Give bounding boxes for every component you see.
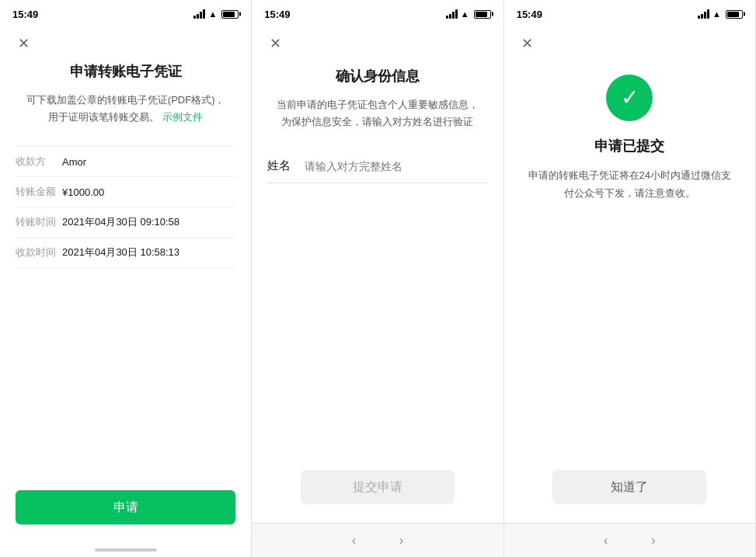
panel1-content: 申请转账电子凭证 可下载加盖公章的转账电子凭证(PDF格式)， 用于证明该笔转账… (0, 28, 251, 478)
battery-icon-1 (221, 10, 239, 19)
status-icons-3: ▲ (698, 9, 743, 19)
label-receive-time: 收款时间 (16, 245, 62, 259)
battery-icon-2 (474, 10, 491, 19)
nav-bar-2: ‹ › (252, 523, 503, 557)
panel-confirm: 15:49 ▲ ✕ 确认身份信息 当前申请的电子凭证包含个人重要敏感信息， 为保… (252, 0, 503, 557)
value-receive-time: 2021年04月30日 10:58:13 (62, 245, 235, 259)
info-table: 收款方 Amor 转账金额 ¥1000.00 转账时间 2021年04月30日 … (16, 146, 235, 268)
label-transfer-time: 转账时间 (16, 215, 62, 229)
success-icon: ✓ (606, 75, 653, 121)
nav-back-2[interactable]: ‹ (346, 531, 362, 551)
home-bar-1 (0, 543, 251, 557)
close-button-1[interactable]: ✕ (14, 34, 33, 53)
panel3-title: 申请已提交 (520, 137, 740, 155)
status-bar-2: 15:49 ▲ (252, 0, 503, 28)
checkmark-icon: ✓ (621, 87, 639, 109)
value-transfer-time: 2021年04月30日 09:10:58 (62, 215, 235, 229)
panel-apply: 15:49 ▲ ✕ 申请转账电子凭证 可下载加盖公章的转账电子凭证(PDF格式)… (0, 0, 252, 557)
info-row-receive-time: 收款时间 2021年04月30日 10:58:13 (16, 238, 235, 268)
info-row-amount: 转账金额 ¥1000.00 (16, 177, 235, 207)
status-icons-2: ▲ (446, 9, 491, 19)
status-bar-3: 15:49 ▲ (504, 0, 755, 28)
panel3-desc: 申请的转账电子凭证将在24小时内通过微信支付公众号下发，请注意查收。 (520, 166, 740, 203)
panel-success: 15:49 ▲ ✕ ✓ 申请已提交 申请的转账电子凭证将在24小时内通过微信支付… (504, 0, 756, 557)
status-bar-1: 15:49 ▲ (0, 0, 251, 28)
name-field-row: 姓名 (267, 149, 487, 183)
wifi-icon-1: ▲ (208, 9, 217, 19)
close-button-2[interactable]: ✕ (266, 34, 284, 53)
home-indicator-1 (95, 548, 157, 552)
value-receiver: Amor (62, 156, 235, 168)
name-field-label: 姓名 (267, 158, 295, 173)
submit-button: 提交申请 (301, 470, 455, 504)
nav-back-3[interactable]: ‹ (597, 531, 614, 551)
label-amount: 转账金额 (16, 185, 62, 199)
know-button[interactable]: 知道了 (552, 470, 706, 504)
example-link[interactable]: 示例文件 (162, 111, 203, 123)
panel1-desc: 可下载加盖公章的转账电子凭证(PDF格式)， 用于证明该笔转账交易。 示例文件 (16, 92, 235, 126)
nav-forward-3[interactable]: › (645, 531, 661, 551)
status-icons-1: ▲ (193, 9, 239, 19)
nav-forward-2[interactable]: › (393, 531, 409, 551)
signal-icon-1 (193, 9, 205, 19)
panel2-desc: 当前申请的电子凭证包含个人重要敏感信息， 为保护信息安全，请输入对方姓名进行验证 (267, 96, 487, 131)
battery-icon-3 (726, 10, 743, 19)
panel1-bottom: 申请 (0, 478, 251, 543)
signal-icon-2 (446, 9, 458, 19)
name-input[interactable] (295, 160, 487, 172)
panel2-content: 确认身份信息 当前申请的电子凭证包含个人重要敏感信息， 为保护信息安全，请输入对… (252, 28, 503, 458)
apply-button[interactable]: 申请 (16, 490, 235, 524)
status-time-3: 15:49 (517, 9, 542, 20)
status-time-2: 15:49 (264, 9, 290, 20)
wifi-icon-2: ▲ (461, 9, 469, 19)
panel2-bottom: 提交申请 (252, 458, 503, 523)
signal-icon-3 (698, 9, 709, 19)
info-row-transfer-time: 转账时间 2021年04月30日 09:10:58 (16, 207, 235, 238)
info-row-receiver: 收款方 Amor (16, 147, 235, 177)
panel2-title: 确认身份信息 (267, 67, 487, 85)
label-receiver: 收款方 (16, 155, 62, 169)
wifi-icon-3: ▲ (712, 9, 721, 19)
panel1-title: 申请转账电子凭证 (16, 62, 235, 81)
close-button-3[interactable]: ✕ (518, 34, 537, 53)
panel3-content: ✓ 申请已提交 申请的转账电子凭证将在24小时内通过微信支付公众号下发，请注意查… (504, 28, 755, 458)
status-time-1: 15:49 (12, 9, 38, 20)
panel3-bottom: 知道了 (504, 458, 755, 523)
value-amount: ¥1000.00 (62, 186, 235, 198)
nav-bar-3: ‹ › (504, 523, 755, 557)
